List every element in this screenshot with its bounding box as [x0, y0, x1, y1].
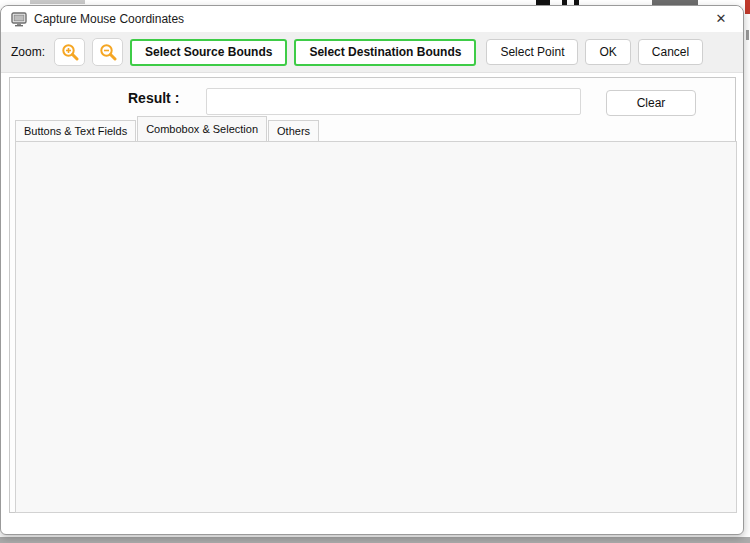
capture-mouse-coordinates-dialog: Capture Mouse Coordinates ✕ Zoom:	[0, 5, 744, 535]
title-bar: Capture Mouse Coordinates ✕	[1, 6, 743, 32]
zoom-in-icon	[61, 43, 79, 61]
zoom-in-button[interactable]	[54, 38, 85, 66]
ok-button[interactable]: OK	[585, 39, 630, 65]
tab-strip: Buttons & Text Fields Combobox & Selecti…	[15, 120, 320, 141]
clear-button[interactable]: Clear	[606, 90, 696, 116]
zoom-out-icon	[99, 43, 117, 61]
cancel-button[interactable]: Cancel	[638, 39, 703, 65]
tab-page-combobox-selection	[15, 141, 737, 513]
background-taskbar-strip	[0, 537, 750, 543]
result-input[interactable]	[206, 88, 581, 115]
screen: Capture Mouse Coordinates ✕ Zoom:	[0, 0, 750, 543]
background-app-fragment	[746, 30, 749, 40]
select-source-bounds-button[interactable]: Select Source Bounds	[130, 39, 287, 66]
zoom-label: Zoom:	[11, 45, 45, 59]
toolbar: Zoom:	[1, 32, 743, 73]
select-destination-bounds-button[interactable]: Select Destination Bounds	[294, 39, 476, 66]
background-app-fragment	[30, 0, 85, 4]
window-title: Capture Mouse Coordinates	[34, 12, 184, 26]
tab-buttons-text-fields[interactable]: Buttons & Text Fields	[15, 120, 136, 141]
select-point-button[interactable]: Select Point	[486, 39, 578, 65]
close-icon[interactable]: ✕	[711, 10, 731, 28]
tab-others[interactable]: Others	[268, 120, 319, 141]
zoom-out-button[interactable]	[92, 38, 123, 66]
result-label: Result :	[128, 90, 179, 106]
app-window-icon	[11, 12, 27, 27]
background-app-fragment	[745, 0, 750, 14]
tab-combobox-selection[interactable]: Combobox & Selection	[137, 116, 267, 141]
